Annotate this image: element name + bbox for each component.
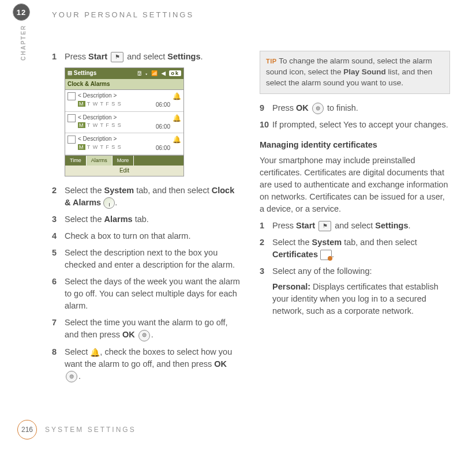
bold: Play Sound (343, 67, 386, 76)
bold: OK (122, 330, 135, 339)
clock-alarms-screenshot: ⊞ Settings ⍰ ▾ 📶 ◀ ok Clock & Alarms < D… (65, 67, 184, 176)
bold: Settings (375, 221, 408, 230)
step-number: 4 (52, 230, 65, 242)
tab-more[interactable]: More (113, 156, 134, 166)
chapter-vertical-label: CHAPTER (20, 25, 27, 61)
text: to finish. (325, 103, 358, 112)
tab-alarms[interactable]: Alarms (87, 156, 113, 166)
step-9-text: Press OK ⊚ to finish. (272, 102, 358, 114)
step-number: 2 (52, 185, 65, 209)
chapter-number-badge: 12 (13, 3, 30, 21)
text: and select (332, 221, 375, 230)
days-rest: T W T F S S (87, 122, 122, 128)
start-flag-icon: ⚑ (111, 52, 123, 62)
bold: Settings (167, 52, 200, 61)
ok-button-icon: ⊚ (66, 371, 77, 382)
windows-flag-icon: ⊞ (68, 70, 72, 76)
cert-step-3-text: Select any of the following: Personal: D… (272, 265, 450, 317)
text: Press (272, 103, 296, 112)
alarm-time: 06:00 (156, 123, 170, 131)
days-rest: T W T F S S (87, 144, 122, 150)
alarm-description: < Description > (78, 135, 156, 144)
step-number: 1 (52, 51, 65, 63)
text: Select any of the following: (272, 266, 372, 276)
alarm-checkbox[interactable] (68, 114, 76, 122)
bold: OK (296, 103, 309, 112)
text: Select the (272, 238, 312, 247)
days-rest: T W T F S S (87, 101, 122, 107)
text: tab, and then select (134, 186, 212, 195)
right-column: TIP To change the alarm sound, select th… (260, 51, 450, 387)
step-number: 7 (52, 317, 65, 341)
text: Press (272, 221, 296, 230)
footer-section-label: SYSTEM SETTINGS (45, 426, 136, 434)
bell-icon: 🔔 (173, 114, 181, 123)
alarm-checkbox[interactable] (68, 136, 76, 144)
day-on: M (78, 122, 85, 128)
step-number: 3 (52, 213, 65, 226)
bold: System (312, 238, 342, 247)
left-column: 1 Press Start ⚑ and select Settings. ⊞ S… (52, 51, 242, 387)
bold: Personal: (272, 282, 310, 291)
text: . (201, 52, 203, 61)
screenshot-softkey[interactable]: Edit (65, 166, 183, 176)
page-number: 216 (17, 420, 37, 439)
bell-icon: 🔔 (173, 92, 181, 102)
step-7-text: Select the time you want the alarm to go… (65, 317, 242, 341)
tip-label: TIP (266, 58, 277, 65)
step-6-text: Select the days of the week you want the… (65, 276, 242, 312)
step-number: 8 (52, 346, 65, 383)
day-on: M (78, 101, 85, 107)
step-number: 10 (260, 119, 272, 131)
page-footer: 216 SYSTEM SETTINGS (17, 420, 136, 439)
step-number: 6 (52, 276, 65, 312)
alarm-row: < Description > M T W T F S S 06:00 🔔 (65, 133, 183, 155)
bold: System (104, 186, 134, 195)
step-1-text: Press Start ⚑ and select Settings. (65, 51, 203, 63)
window-title: Settings (74, 70, 96, 76)
cert-step-2-text: Select the System tab, and then select C… (272, 236, 450, 261)
alarm-description: < Description > (78, 92, 156, 100)
bell-icon: 🔔 (173, 135, 181, 145)
text: Press (65, 52, 88, 61)
step-number: 3 (260, 265, 272, 317)
section-title: YOUR PERSONAL SETTINGS (52, 10, 450, 19)
bold: Start (296, 221, 315, 230)
bold: Start (88, 52, 107, 61)
cert-step-1-text: Press Start ⚑ and select Settings. (272, 220, 411, 232)
text: . (115, 198, 117, 207)
text: Select (65, 347, 90, 356)
text: . (151, 330, 153, 339)
step-5-text: Select the description next to the box y… (65, 247, 242, 271)
alarm-bell-icon: 🔔 (90, 347, 100, 358)
day-on: M (78, 144, 85, 150)
text: Select the (65, 215, 104, 224)
step-2-text: Select the System tab, and then select C… (65, 185, 242, 209)
step-3-text: Select the Alarms tab. (65, 213, 149, 226)
alarm-row: < Description > M T W T F S S 06:00 🔔 (65, 112, 183, 134)
text: . (78, 371, 81, 381)
bold: Certificates (272, 250, 318, 259)
text: tab, and then select (342, 238, 417, 247)
tip-box: TIP To change the alarm sound, select th… (260, 51, 450, 94)
alarm-row: < Description > M T W T F S S 06:00 🔔 (65, 90, 183, 112)
alarm-time: 06:00 (156, 101, 170, 110)
clock-alarms-icon (103, 197, 115, 209)
step-10-text: If prompted, select Yes to accept your c… (272, 119, 448, 131)
step-number: 1 (260, 220, 272, 232)
ok-button-icon: ⊚ (312, 103, 324, 114)
certificates-icon (320, 250, 332, 260)
ok-button-icon: ⊚ (138, 330, 150, 341)
step-number: 5 (52, 247, 65, 271)
certificates-paragraph: Your smartphone may include preinstalled… (260, 155, 450, 215)
tab-time[interactable]: Time (65, 156, 87, 166)
text: and select (125, 52, 167, 61)
step-8-text: Select 🔔, check the boxes to select how … (65, 346, 242, 383)
bold: Alarms (104, 215, 133, 224)
bold: OK (214, 359, 227, 369)
text: tab. (133, 215, 149, 224)
alarm-description: < Description > (78, 114, 156, 122)
step-number: 2 (260, 236, 272, 261)
alarm-checkbox[interactable] (68, 92, 76, 100)
subheading-certificates: Managing identity certificates (260, 139, 450, 151)
